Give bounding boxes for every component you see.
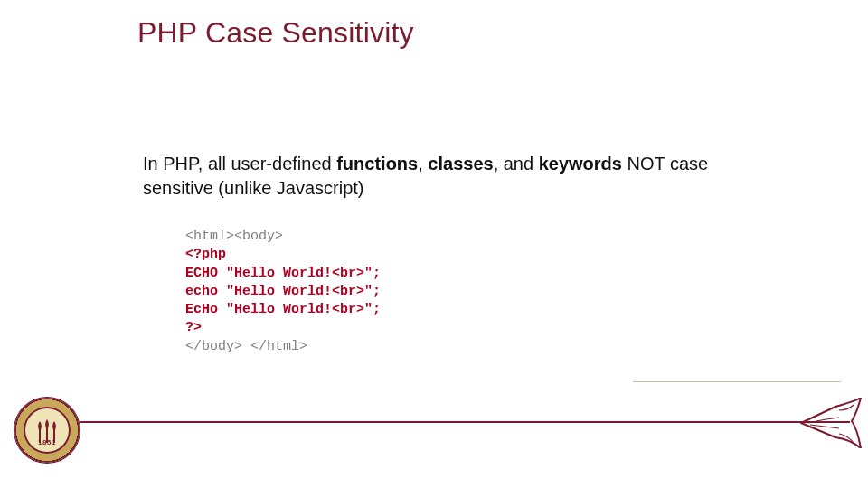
- body-bold-classes: classes: [428, 154, 493, 174]
- code-line-4: echo "Hello World!<br>";: [185, 284, 381, 299]
- code-line-2: <?php: [185, 247, 226, 262]
- code-line-5: EcHo "Hello World!<br>";: [185, 302, 381, 317]
- code-line-6: ?>: [185, 320, 202, 335]
- slide: { "title": "PHP Case Sensitivity", "body…: [0, 0, 868, 488]
- body-text-pre: In PHP, all user-defined: [143, 154, 336, 174]
- body-text-sep1: ,: [418, 154, 428, 174]
- seal-inner-disc: 1851: [24, 407, 71, 454]
- university-seal-icon: 1851: [14, 398, 80, 463]
- seal-year-label: 1851: [24, 438, 71, 446]
- code-line-1: <html><body>: [185, 229, 283, 244]
- footer-divider: [80, 421, 850, 423]
- slide-title: PHP Case Sensitivity: [137, 16, 414, 50]
- footer-thin-rule: [633, 381, 841, 382]
- body-bold-keywords: keywords: [539, 154, 622, 174]
- code-line-3: ECHO "Hello World!<br>";: [185, 266, 381, 281]
- code-block: <html><body> <?php ECHO "Hello World!<br…: [185, 228, 381, 356]
- code-line-7: </body> </html>: [185, 339, 307, 354]
- body-bold-functions: functions: [336, 154, 418, 174]
- spear-head-icon: [799, 398, 863, 448]
- body-paragraph: In PHP, all user-defined functions, clas…: [143, 152, 722, 201]
- slide-footer: 1851: [0, 381, 868, 463]
- body-text-sep2: , and: [494, 154, 539, 174]
